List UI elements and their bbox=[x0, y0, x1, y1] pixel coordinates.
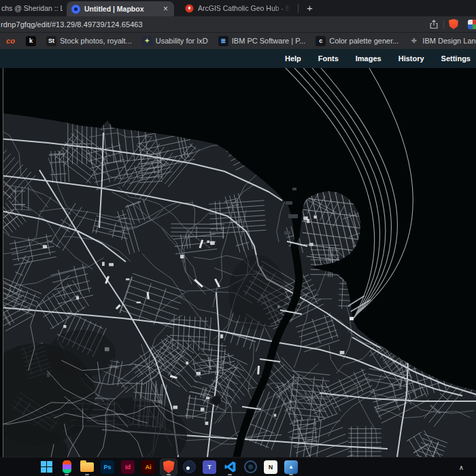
usability-ixd-icon: ✦ bbox=[142, 36, 152, 46]
tab-arcgis-geo-hub[interactable]: ArcGIS Catholic Geo Hub - Brave Sea bbox=[180, 0, 296, 16]
bookmark-label: IBM PC Software | P... bbox=[232, 37, 305, 45]
tab-label: chs @ Sheridan :: Laser Fi bbox=[1, 4, 63, 12]
studio-nav-fonts[interactable]: Fonts bbox=[318, 54, 339, 63]
tab-label: Untitled | Mapbox bbox=[84, 5, 158, 13]
ibm-design-language-icon: ✣ bbox=[409, 36, 419, 46]
studio-nav-images[interactable]: Images bbox=[356, 54, 381, 63]
taskbar-camera-lens-app-icon[interactable] bbox=[242, 459, 258, 475]
tab-label: ArcGIS Catholic Geo Hub - Brave Sea bbox=[198, 4, 291, 12]
browser-window: chs @ Sheridan :: Laser Fi Untitled | Ma… bbox=[0, 0, 476, 476]
taskbar-overflow-chevron[interactable]: ∧ bbox=[459, 463, 464, 471]
stock-photos-icon: St bbox=[46, 36, 56, 46]
taskbar-figma-icon[interactable] bbox=[58, 459, 75, 475]
taskbar-vscode-icon[interactable] bbox=[222, 459, 238, 475]
ibm-pc-software-icon: ≣ bbox=[218, 36, 228, 46]
studio-nav-settings[interactable]: Settings bbox=[441, 54, 471, 63]
bookmark-ibm-design-language[interactable]: ✣IBM Design Langua... bbox=[409, 36, 476, 46]
shield-badge bbox=[456, 17, 461, 22]
map-area bbox=[0, 68, 476, 457]
taskbar-brave-browser-icon[interactable] bbox=[160, 459, 177, 475]
co-logo-icon: co bbox=[5, 36, 16, 46]
bookmark-color-palette[interactable]: cColor palette gener... bbox=[316, 36, 398, 46]
profile-avatar[interactable] bbox=[468, 20, 476, 29]
windows-taskbar: PsIdAiTN▲∧ bbox=[0, 457, 476, 476]
arcgis-favicon bbox=[185, 4, 194, 13]
bookmark-label: Stock photos, royalt... bbox=[60, 37, 132, 45]
taskbar-photos-icon[interactable]: ▲ bbox=[283, 459, 299, 475]
collapsed-panel-edge[interactable] bbox=[0, 68, 3, 457]
taskbar-notion-icon[interactable]: N bbox=[262, 459, 279, 475]
map-canvas[interactable] bbox=[0, 68, 476, 457]
new-tab-button[interactable]: + bbox=[303, 0, 317, 16]
tab-separator bbox=[298, 4, 299, 13]
studio-nav-history[interactable]: History bbox=[398, 54, 424, 63]
address-bar: rdnp7gfqg/edit/#13.29/8.49739/124.65463 bbox=[0, 16, 476, 32]
url-text[interactable]: rdnp7gfqg/edit/#13.29/8.49739/124.65463 bbox=[1, 20, 143, 29]
color-palette-icon: c bbox=[316, 36, 326, 46]
taskbar-windows-start-icon[interactable] bbox=[38, 459, 54, 475]
taskbar-steam-icon[interactable] bbox=[181, 459, 197, 475]
bookmark-stock-photos[interactable]: StStock photos, royalt... bbox=[46, 36, 132, 46]
taskbar-file-explorer-icon[interactable] bbox=[79, 459, 95, 475]
bookmarks-bar: cokStStock photos, royalt...✦Usability f… bbox=[0, 32, 476, 49]
taskbar-photoshop-icon[interactable]: Ps bbox=[99, 459, 116, 475]
k-site-icon: k bbox=[26, 36, 36, 46]
tab-sheridan-laser[interactable]: chs @ Sheridan :: Laser Fi bbox=[0, 0, 63, 16]
bookmark-label: Color palette gener... bbox=[329, 37, 398, 45]
tab-bar: chs @ Sheridan :: Laser Fi Untitled | Ma… bbox=[0, 0, 476, 16]
bookmark-co-logo[interactable]: co bbox=[5, 36, 16, 46]
bookmark-label: IBM Design Langua... bbox=[422, 37, 476, 45]
bookmark-usability-ixd[interactable]: ✦Usability for IxD bbox=[142, 36, 208, 46]
taskbar-illustrator-icon[interactable]: Ai bbox=[140, 459, 156, 475]
tab-untitled-mapbox[interactable]: Untitled | Mapbox × bbox=[67, 1, 174, 16]
share-icon[interactable] bbox=[428, 19, 439, 30]
taskbar-indesign-icon[interactable]: Id bbox=[120, 459, 136, 475]
studio-nav-help[interactable]: Help bbox=[285, 54, 301, 63]
taskbar-ms-teams-icon[interactable]: T bbox=[201, 459, 218, 475]
bookmark-k-site[interactable]: k bbox=[26, 36, 36, 46]
toolbar-separator bbox=[443, 20, 444, 29]
close-tab-icon[interactable]: × bbox=[162, 4, 169, 14]
mapbox-studio-header: HelpFontsImagesHistorySettings bbox=[0, 49, 476, 68]
bookmark-label: Usability for IxD bbox=[156, 37, 208, 45]
mapbox-favicon bbox=[71, 5, 80, 14]
bookmark-ibm-pc-software[interactable]: ≣IBM PC Software | P... bbox=[218, 36, 305, 46]
brave-shield-icon[interactable] bbox=[449, 19, 458, 29]
